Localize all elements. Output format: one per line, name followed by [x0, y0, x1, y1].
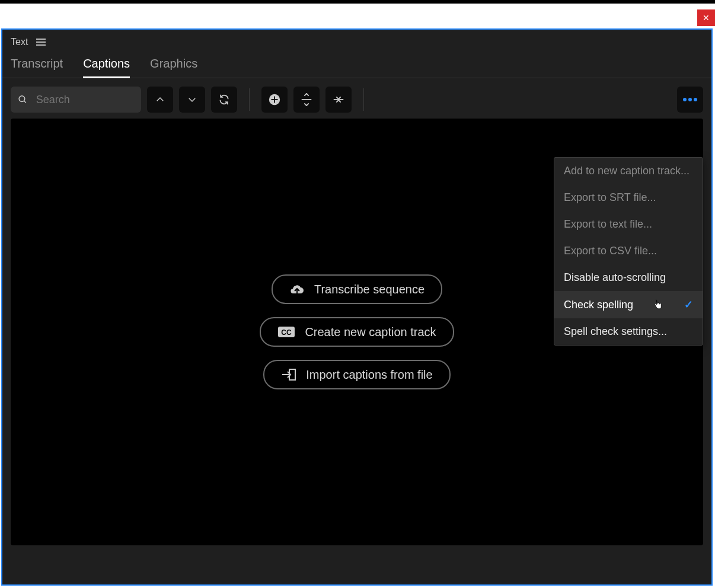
toolbar-divider-2 [363, 88, 364, 111]
panel-title: Text [11, 37, 28, 47]
svg-point-0 [19, 96, 25, 102]
search-box[interactable] [11, 87, 141, 113]
create-caption-track-button[interactable]: CC Create new caption track [260, 317, 454, 347]
tab-captions[interactable]: Captions [83, 57, 130, 78]
menu-item-label: Export to text file... [564, 218, 652, 231]
menu-item-label: Check spelling [564, 299, 633, 311]
import-captions-button[interactable]: Import captions from file [263, 360, 450, 389]
search-input[interactable] [35, 93, 134, 107]
import-icon [281, 368, 296, 381]
menu-spellcheck-settings[interactable]: Spell check settings... [554, 318, 703, 345]
split-icon [300, 93, 313, 106]
refresh-icon [218, 94, 230, 106]
tab-bar: Transcript Captions Graphics [2, 51, 711, 78]
svg-text:CC: CC [282, 328, 292, 337]
search-icon [18, 94, 28, 106]
panel-menu-icon[interactable] [36, 39, 46, 46]
text-panel: Text Transcript Captions Graphics [1, 28, 713, 586]
menu-export-srt[interactable]: Export to SRT file... [554, 184, 703, 211]
toolbar [2, 78, 711, 119]
plus-circle-icon [268, 93, 281, 106]
import-label: Import captions from file [306, 368, 432, 382]
chevron-up-icon [155, 94, 165, 105]
close-button[interactable]: ✕ [697, 9, 715, 26]
menu-export-csv[interactable]: Export to CSV file... [554, 238, 703, 264]
transcribe-sequence-button[interactable]: Transcribe sequence [272, 274, 442, 304]
chevron-down-icon [187, 94, 197, 105]
next-result-button[interactable] [179, 87, 205, 113]
more-options-button[interactable] [677, 87, 703, 113]
cursor-hand-icon [653, 298, 663, 311]
split-caption-button[interactable] [293, 87, 320, 113]
close-icon: ✕ [703, 13, 710, 23]
menu-item-label: Export to SRT file... [564, 191, 656, 204]
check-icon: ✓ [684, 298, 693, 311]
menu-check-spelling[interactable]: Check spelling ✓ [554, 291, 703, 318]
menu-item-label: Disable auto-scrolling [564, 271, 666, 284]
menu-item-label: Spell check settings... [564, 325, 667, 338]
menu-item-label: Export to CSV file... [564, 245, 657, 257]
menu-export-text[interactable]: Export to text file... [554, 211, 703, 238]
svg-rect-4 [272, 99, 278, 100]
toolbar-divider [249, 88, 250, 111]
menu-item-label: Add to new caption track... [564, 165, 690, 177]
panel-header: Text [2, 30, 711, 51]
menu-add-to-new-track[interactable]: Add to new caption track... [554, 158, 703, 184]
create-track-label: Create new caption track [305, 325, 436, 339]
merge-icon [332, 93, 345, 106]
top-black-bar [0, 0, 715, 4]
svg-line-1 [24, 101, 25, 103]
cc-icon: CC [277, 326, 295, 338]
tab-graphics[interactable]: Graphics [150, 57, 197, 78]
prev-result-button[interactable] [147, 87, 173, 113]
more-horizontal-icon [683, 98, 697, 101]
tab-transcript[interactable]: Transcript [11, 57, 63, 78]
cloud-upload-icon [289, 283, 305, 296]
menu-disable-autoscroll[interactable]: Disable auto-scrolling [554, 264, 703, 291]
add-caption-button[interactable] [261, 87, 288, 113]
replace-button[interactable] [211, 87, 237, 113]
transcribe-label: Transcribe sequence [314, 283, 424, 296]
merge-caption-button[interactable] [325, 87, 352, 113]
more-options-menu: Add to new caption track... Export to SR… [554, 157, 703, 346]
